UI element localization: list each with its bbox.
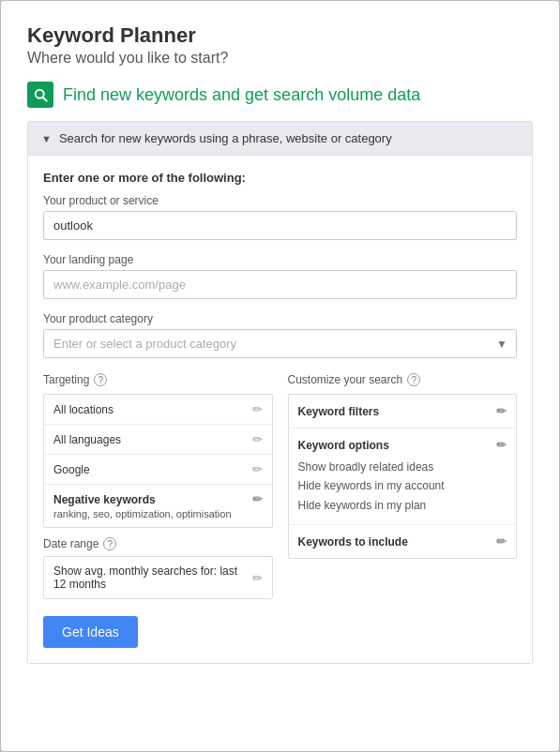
find-keywords-label: Find new keywords and get search volume … [63,85,420,105]
category-label: Your product category [43,312,517,325]
google-edit-icon[interactable]: ✏ [252,462,263,476]
google-label: Google [53,463,90,476]
search-icon [27,82,53,108]
negative-keywords-value: ranking, seo, optimization, optimisation [53,508,232,519]
app-title: Keyword Planner [27,23,533,48]
product-label: Your product or service [43,194,517,207]
card-header[interactable]: ▼ Search for new keywords using a phrase… [28,122,532,156]
keyword-filters-label: Keyword filters [298,405,380,418]
date-range-box: Show avg. monthly searches for: last 12 … [43,556,273,599]
targeting-row-negative-keywords: Negative keywords ✏ ranking, seo, optimi… [44,485,272,527]
sub-option-hide-plan: Hide keywords in my plan [298,496,445,515]
locations-edit-icon[interactable]: ✏ [252,402,263,416]
svg-line-1 [43,98,47,101]
customize-help-icon[interactable]: ? [407,373,420,386]
app-subtitle: Where would you like to start? [27,50,533,67]
customize-title: Customize your search ? [288,373,518,386]
main-card: ▼ Search for new keywords using a phrase… [27,121,533,664]
keyword-filters-row: Keyword filters ✏ [289,395,517,429]
keyword-options-edit-icon[interactable]: ✏ [496,438,507,452]
targeting-title: Targeting ? [43,373,273,386]
targeting-row-locations: All locations ✏ [44,395,272,425]
customize-box: Keyword filters ✏ Keyword options ✏ Show… [288,394,518,559]
keyword-options-label: Keyword options [298,439,389,452]
sub-option-hide-account: Hide keywords in my account [298,476,445,495]
landing-input[interactable] [43,270,517,299]
card-body: Enter one or more of the following: Your… [28,156,532,663]
targeting-row-languages: All languages ✏ [44,425,272,455]
keyword-options-row: Keyword options ✏ Show broadly related i… [289,429,517,525]
customize-col: Customize your search ? Keyword filters … [288,373,518,599]
get-ideas-button[interactable]: Get Ideas [43,616,138,648]
languages-edit-icon[interactable]: ✏ [252,432,263,446]
keyword-filters-edit-icon[interactable]: ✏ [496,404,507,418]
sub-option-broadly-related: Show broadly related ideas [298,458,445,476]
negative-keywords-edit-icon[interactable]: ✏ [252,492,263,506]
keywords-include-row: Keywords to include ✏ [289,525,517,558]
landing-label: Your landing page [43,253,517,266]
card-header-label: Search for new keywords using a phrase, … [59,131,392,145]
keywords-include-edit-icon[interactable]: ✏ [496,534,507,549]
targeting-col: Targeting ? All locations ✏ All language… [43,373,273,599]
enter-label: Enter one or more of the following: [43,171,517,185]
targeting-box: All locations ✏ All languages ✏ Google ✏ [43,394,273,528]
collapse-arrow-icon: ▼ [41,133,52,144]
category-select[interactable]: Enter or select a product category [43,329,517,358]
category-select-wrapper: Enter or select a product category ▼ [43,329,517,358]
date-range-help-icon[interactable]: ? [103,537,116,550]
negative-keywords-label: Negative keywords [53,493,156,506]
languages-label: All languages [53,433,121,446]
targeting-help-icon[interactable]: ? [94,373,107,386]
date-range-value: Show avg. monthly searches for: last 12 … [53,564,252,591]
targeting-row-google: Google ✏ [44,455,272,485]
date-range-edit-icon[interactable]: ✏ [252,571,263,585]
locations-label: All locations [53,403,114,416]
find-keywords-section: Find new keywords and get search volume … [27,82,533,108]
keyword-options-suboptions: Show broadly related ideas Hide keywords… [298,458,445,515]
two-col-layout: Targeting ? All locations ✏ All language… [43,373,517,599]
date-range-title: Date range ? [43,537,273,550]
product-input[interactable] [43,211,517,240]
keywords-include-label: Keywords to include [298,535,408,549]
